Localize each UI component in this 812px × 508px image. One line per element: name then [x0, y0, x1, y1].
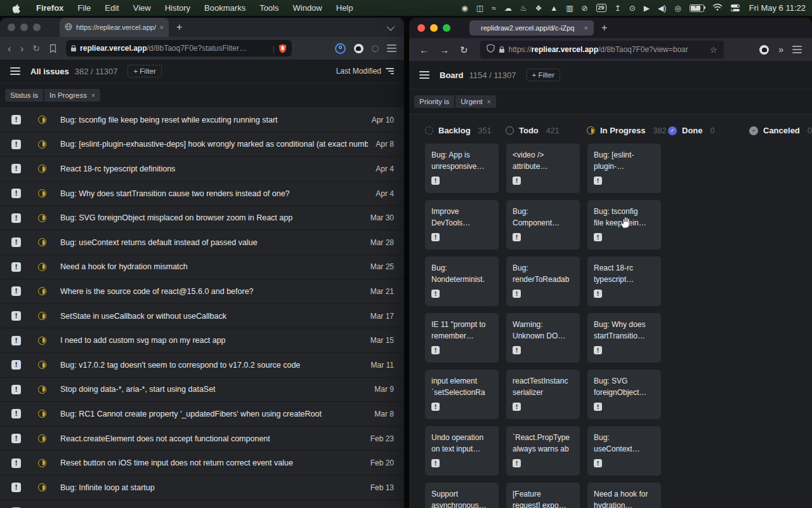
in-progress-status-icon[interactable] [38, 337, 46, 345]
play-circle-icon[interactable]: ▶ [644, 4, 650, 12]
in-progress-status-icon[interactable] [38, 164, 46, 173]
back-button[interactable]: ‹ [8, 43, 11, 54]
urgent-priority-icon[interactable]: ! [11, 213, 21, 223]
board-card[interactable]: Support asynchronous… ! [425, 483, 499, 508]
urgent-priority-icon[interactable]: ! [11, 360, 21, 370]
board-card[interactable]: Bug: Nondeterminist. ! [425, 257, 499, 306]
tab-list-chevron-icon[interactable] [387, 22, 395, 30]
github-extension-icon[interactable] [759, 45, 769, 55]
board-card[interactable]: React 18-rc typescript… ! [587, 257, 661, 306]
board-card[interactable]: Bug: [eslint- plugin-… ! [587, 144, 661, 193]
menubar-item[interactable]: History [165, 3, 190, 13]
issue-row[interactable]: ! Bug: tsconfig file keep being reset wh… [0, 108, 404, 133]
filter-value-chip[interactable]: Urgent× [455, 95, 495, 108]
in-progress-status-icon[interactable] [38, 214, 46, 222]
overflow-menu-icon[interactable]: » [778, 44, 783, 55]
github-extension-icon[interactable] [354, 44, 363, 53]
board-card[interactable]: input element `setSelectionRa ! [425, 370, 499, 419]
add-filter-button[interactable]: + Filter [128, 65, 161, 77]
menubar-item[interactable]: View [133, 3, 151, 13]
triangle-app-icon[interactable]: ▲ [550, 4, 558, 12]
issue-row[interactable]: ! I need to add custom svg map on my rea… [0, 328, 404, 353]
forward-button[interactable]: › [20, 43, 24, 54]
sort-control[interactable]: Last Modified [336, 67, 394, 76]
tab-close-icon[interactable]: × [160, 24, 164, 31]
window-controls[interactable] [417, 24, 450, 32]
urgent-priority-icon[interactable]: ! [11, 262, 21, 272]
in-progress-status-icon[interactable] [38, 116, 46, 124]
new-tab-button[interactable]: + [176, 22, 182, 32]
menubar-item[interactable]: Window [293, 3, 322, 13]
board-card[interactable]: Warning: Unknown DO… ! [506, 313, 580, 363]
urgent-priority-icon[interactable]: ! [11, 237, 21, 247]
issue-row[interactable]: ! Stop doing data-*, aria-*, start using… [0, 378, 404, 403]
in-progress-status-icon[interactable] [38, 140, 46, 149]
tab-close-icon[interactable]: × [584, 25, 588, 32]
board-card[interactable]: reactTestInstanc serializer ! [506, 370, 580, 419]
assistant-icon[interactable]: ◎ [674, 4, 681, 12]
filter-field-chip[interactable]: Status is [5, 89, 43, 102]
menubar-item[interactable]: Tools [259, 3, 278, 13]
board-card[interactable]: <video /> attribute… ! [506, 144, 580, 193]
in-progress-status-icon[interactable] [38, 312, 46, 320]
board-card[interactable]: Bug: useContext… ! [587, 426, 661, 476]
menubar-item[interactable]: Bookmarks [204, 3, 246, 13]
issue-row[interactable]: ! Bug: useContext returns default instea… [0, 231, 404, 255]
board-card[interactable]: Undo operation on text input… ! [425, 426, 499, 476]
board-card[interactable]: Bug: renderToReadab ! [506, 257, 580, 306]
urgent-priority-icon[interactable]: ! [11, 483, 21, 492]
menubar-item[interactable]: File [77, 3, 91, 13]
issue-row[interactable]: ! Reset button on iOS time input does no… [0, 451, 404, 476]
in-progress-status-icon[interactable] [38, 361, 46, 369]
warp-icon[interactable]: ≈ [492, 4, 496, 12]
power-circle-icon[interactable]: ⊙ [629, 4, 636, 12]
window-controls[interactable] [8, 23, 41, 31]
address-bar[interactable]: repliear.vercel.app/d/8bTaoq7F0e?statusF… [66, 40, 292, 57]
issue-row[interactable]: ! Bug: SVG foreignObject misplaced on br… [0, 206, 404, 231]
in-progress-status-icon[interactable] [38, 263, 46, 271]
browser-menu-icon[interactable] [792, 46, 802, 53]
docker-icon[interactable]: ♨ [520, 4, 527, 12]
urgent-priority-icon[interactable]: ! [11, 164, 21, 173]
board-card[interactable]: `React.PropType always warns ab ! [506, 426, 580, 476]
urgent-priority-icon[interactable]: ! [11, 409, 21, 418]
dropbox-icon[interactable]: ❖ [535, 4, 542, 12]
issue-row[interactable]: ! Where is the source code of react@15.6… [0, 279, 404, 304]
urgent-priority-icon[interactable]: ! [11, 311, 21, 321]
issue-row[interactable]: ! Bug: v17.0.2 tag doesn't seem to corre… [0, 353, 404, 378]
issue-row[interactable]: ! Bug: [eslint-plugin-exhaustive-deps] h… [0, 133, 404, 157]
layout-columns-icon[interactable]: ▥ [566, 4, 573, 12]
cloud-icon[interactable]: ☁ [504, 4, 512, 12]
forward-button[interactable]: → [440, 45, 449, 55]
in-progress-status-icon[interactable] [38, 483, 46, 491]
board-card[interactable]: Improve DevTools… ! [425, 200, 499, 250]
issue-row[interactable]: ! React 18-rc typescript definitions Apr… [0, 157, 404, 182]
back-button[interactable]: ← [419, 45, 429, 55]
issue-row[interactable]: ! Bug: Why does startTransition cause tw… [0, 182, 404, 206]
in-progress-status-icon[interactable] [38, 385, 46, 394]
menubar-item[interactable]: Help [336, 3, 353, 13]
new-tab-button[interactable]: + [601, 23, 607, 33]
share-icon[interactable]: ↥ [615, 4, 621, 12]
urgent-priority-icon[interactable]: ! [11, 336, 21, 345]
board-card[interactable]: Bug: Why does startTransitio… ! [587, 313, 661, 363]
dnd-icon[interactable]: ⊘ [581, 4, 587, 12]
in-progress-status-icon[interactable] [38, 459, 46, 467]
bookmark-star-icon[interactable]: ☆ [710, 45, 717, 55]
board-card[interactable]: [Feature request] expo… ! [506, 483, 580, 508]
apple-menu-icon[interactable] [11, 3, 22, 13]
reload-button[interactable]: ↻ [460, 45, 468, 55]
urgent-priority-icon[interactable]: ! [11, 286, 21, 296]
board-card[interactable]: Bug: SVG foreignObject… ! [587, 370, 661, 419]
in-progress-status-icon[interactable] [38, 410, 46, 418]
brave-shield-icon[interactable] [278, 44, 287, 53]
filter-value-chip[interactable]: In Progress× [44, 89, 100, 102]
board-card[interactable]: IE 11 "prompt to remember… ! [425, 313, 499, 363]
browser-tab[interactable]: replidraw2.vercel.app/d/c-iZpq × [469, 20, 594, 36]
menubar-item[interactable]: Edit [105, 3, 119, 13]
issue-row[interactable]: ! [DevTools Bug] Unsupported Bridge oper… [0, 500, 404, 508]
add-filter-button[interactable]: + Filter [527, 69, 560, 81]
control-center-icon[interactable] [731, 4, 740, 11]
bookmark-icon[interactable] [49, 44, 57, 53]
urgent-priority-icon[interactable]: ! [11, 434, 21, 443]
